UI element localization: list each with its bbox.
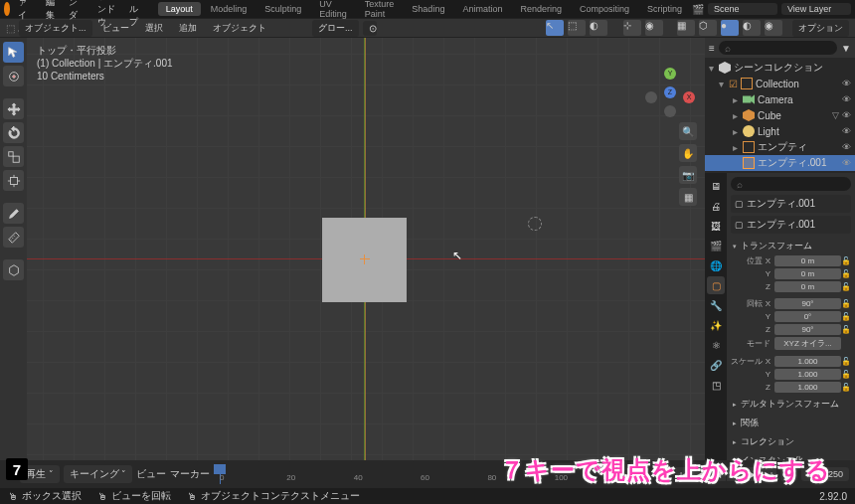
workspace-tab-texture[interactable]: Texture Paint <box>357 0 403 21</box>
tool-move[interactable] <box>3 98 24 119</box>
gizmo-neg-x[interactable] <box>645 91 657 103</box>
timeline-marker[interactable]: マーカー <box>170 467 210 481</box>
tab-output-icon[interactable]: 🖨 <box>707 197 725 215</box>
select-mode-icon[interactable]: ↖ <box>546 20 564 36</box>
tab-object-icon[interactable]: ▢ <box>707 276 725 294</box>
outliner-scene-collection[interactable]: ▾シーンコレクション <box>705 60 855 76</box>
outliner-camera[interactable]: ▸Camera👁 <box>705 91 855 107</box>
snap-icon[interactable]: ⬚ <box>568 20 586 36</box>
outliner-cube[interactable]: ▸Cube▽ 👁 <box>705 107 855 123</box>
tool-transform[interactable] <box>3 170 24 191</box>
perspective-toggle-icon[interactable]: ▦ <box>679 188 697 206</box>
shading-material-icon[interactable]: ◐ <box>743 20 761 36</box>
tab-scene-icon[interactable]: 🎬 <box>707 237 725 254</box>
tool-scale[interactable] <box>3 146 24 167</box>
object-empty[interactable] <box>360 254 370 264</box>
overlay-toggle-icon[interactable]: ◉ <box>645 20 663 36</box>
viewport-nav-buttons: 🔍 ✋ 📷 ▦ <box>679 122 697 206</box>
outliner-panel: ≡ ▼ ▾シーンコレクション ▾☑Collection👁 ▸Camera👁 ▸C… <box>705 38 855 173</box>
shading-rendered-icon[interactable]: ◉ <box>765 20 782 36</box>
location-y[interactable]: 0 m <box>774 268 841 279</box>
outliner-collection[interactable]: ▾☑Collection👁 <box>705 76 855 91</box>
breadcrumb[interactable]: ▢ エンプティ.001 <box>731 195 851 213</box>
timeline-view[interactable]: ビュー <box>136 467 166 481</box>
tab-data-icon[interactable]: ◳ <box>707 376 725 394</box>
workspace-tab-uv[interactable]: UV Editing <box>311 0 355 21</box>
tool-add-cube[interactable] <box>3 259 24 280</box>
location-x[interactable]: 0 m <box>774 255 841 266</box>
workspace-tab-layout[interactable]: Layout <box>158 2 201 16</box>
panel-transform[interactable]: トランスフォーム <box>731 237 851 255</box>
camera-view-icon[interactable]: 📷 <box>679 166 697 184</box>
tab-viewlayer-icon[interactable]: 🖼 <box>707 217 725 235</box>
timeline-keying[interactable]: キーイング ˅ <box>64 465 133 483</box>
outliner-light[interactable]: ▸Light👁 <box>705 123 855 139</box>
gizmo-z-axis[interactable]: Z <box>664 86 676 98</box>
orientation-dropdown[interactable]: グロー... <box>312 20 359 37</box>
tab-constraints-icon[interactable]: 🔗 <box>707 356 725 374</box>
tool-measure[interactable] <box>3 227 24 248</box>
status-context: 🖱 オブジェクトコンテクストメニュー <box>187 489 360 503</box>
toolbar-left <box>0 38 27 466</box>
outliner-empty2[interactable]: エンプティ.001👁 <box>705 155 855 171</box>
panel-delta[interactable]: デルタトランスフォーム <box>731 395 851 414</box>
gizmo-neg-y[interactable] <box>664 105 676 117</box>
nav-gizmo[interactable]: Y X Z <box>645 68 695 117</box>
rotation-mode[interactable]: XYZ オイラ... <box>774 337 841 350</box>
outliner-search[interactable] <box>719 41 837 55</box>
tab-physics-icon[interactable]: ⚛ <box>707 336 725 354</box>
gizmo-x-axis[interactable]: X <box>683 91 695 103</box>
workspace-tab-animation[interactable]: Animation <box>454 2 510 16</box>
header-add[interactable]: 追加 <box>173 20 203 37</box>
header-select[interactable]: 選択 <box>139 20 169 37</box>
viewport-3d[interactable]: トップ・平行投影 (1) Collection | エンプティ.001 10 C… <box>27 38 705 466</box>
workspace-tab-modeling[interactable]: Modeling <box>203 2 256 16</box>
tool-annotate[interactable] <box>3 203 24 224</box>
location-z[interactable]: 0 m <box>774 281 841 292</box>
filter-icon[interactable]: ▼ <box>841 43 851 54</box>
rotation-z[interactable]: 90° <box>774 324 841 335</box>
tool-rotate[interactable] <box>3 122 24 143</box>
tab-render-icon[interactable]: 🖥 <box>707 177 725 195</box>
header-object[interactable]: オブジェクト <box>207 20 272 37</box>
scale-x[interactable]: 1.000 <box>774 356 841 367</box>
tab-modifiers-icon[interactable]: 🔧 <box>707 296 725 314</box>
tool-select-box[interactable] <box>3 42 24 63</box>
tool-cursor[interactable] <box>3 66 24 86</box>
gizmo-toggle-icon[interactable]: ⊹ <box>623 20 641 36</box>
header-view[interactable]: ビュー <box>96 20 135 37</box>
zoom-icon[interactable]: 🔍 <box>679 122 697 140</box>
rotation-y[interactable]: 0° <box>774 311 841 322</box>
scene-name-field[interactable]: Scene <box>708 3 777 15</box>
proportional-icon[interactable]: ◐ <box>590 20 607 36</box>
pivot-dropdown[interactable]: ⊙ <box>363 21 377 36</box>
outliner-empty1[interactable]: ▸エンプティ👁 <box>705 139 855 155</box>
workspace-tab-compositing[interactable]: Compositing <box>572 2 637 16</box>
workspace-tab-sculpting[interactable]: Sculpting <box>256 2 309 16</box>
svg-rect-3 <box>13 156 19 162</box>
shading-wireframe-icon[interactable]: ⬡ <box>699 20 717 36</box>
rotation-x[interactable]: 90° <box>774 298 841 309</box>
gizmo-y-axis[interactable]: Y <box>664 68 676 80</box>
panel-relations[interactable]: 関係 <box>731 414 851 432</box>
pan-icon[interactable]: ✋ <box>679 144 697 162</box>
viewlayer-field[interactable]: View Layer <box>781 3 851 15</box>
tab-world-icon[interactable]: 🌐 <box>707 256 725 274</box>
workspace-tab-rendering[interactable]: Rendering <box>512 2 570 16</box>
shading-solid-icon[interactable]: ● <box>721 20 739 36</box>
version-label: 2.92.0 <box>819 491 847 502</box>
mode-selector[interactable]: オブジェクト... <box>19 20 92 37</box>
workspace-tab-shading[interactable]: Shading <box>404 2 452 16</box>
properties-search[interactable] <box>731 177 851 191</box>
workspace-tab-scripting[interactable]: Scripting <box>639 2 690 16</box>
scale-z[interactable]: 1.000 <box>774 382 841 393</box>
outliner-type-icon[interactable]: ≡ <box>709 43 715 54</box>
panel-collections[interactable]: コレクション <box>731 432 851 451</box>
options-dropdown[interactable]: オプション <box>792 20 849 37</box>
tab-particles-icon[interactable]: ✨ <box>707 316 725 334</box>
object-name-field[interactable]: ▢ エンプティ.001 <box>731 216 851 234</box>
xray-icon[interactable]: ▦ <box>677 20 695 36</box>
status-rotate: 🖱 ビューを回転 <box>97 489 171 503</box>
scale-y[interactable]: 1.000 <box>774 369 841 380</box>
blender-logo-icon <box>4 2 10 16</box>
